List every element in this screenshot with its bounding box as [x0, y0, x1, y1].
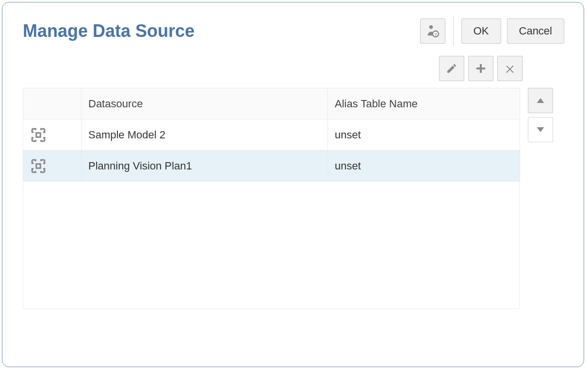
x-icon — [504, 63, 516, 74]
header-buttons: ? OK Cancel — [420, 16, 564, 46]
triangle-down-icon — [536, 125, 545, 135]
add-button[interactable] — [468, 56, 493, 81]
dialog-body: Datasource Alias Table Name Sample Model… — [2, 51, 584, 323]
manage-data-source-dialog: Manage Data Source ? OK Cancel — [2, 2, 584, 367]
row-datasource: Planning Vision Plan1 — [82, 151, 328, 182]
svg-rect-6 — [36, 164, 41, 168]
row-alias: unset — [328, 119, 520, 151]
table-row[interactable]: Planning Vision Plan1unset — [23, 151, 520, 182]
table-toolbar — [23, 56, 564, 81]
table-empty-area — [23, 182, 520, 309]
table-row[interactable]: Sample Model 2unset — [23, 119, 520, 151]
delete-button[interactable] — [497, 56, 523, 81]
pencil-icon — [446, 63, 457, 74]
table-container: Datasource Alias Table Name Sample Model… — [23, 88, 520, 309]
reorder-controls — [528, 88, 553, 142]
datasource-icon — [30, 127, 74, 143]
row-icon-cell — [23, 119, 82, 151]
col-header-datasource: Datasource — [82, 88, 328, 119]
ok-button[interactable]: OK — [461, 18, 501, 44]
col-header-icon — [23, 88, 82, 119]
cancel-button[interactable]: Cancel — [507, 18, 564, 44]
row-datasource: Sample Model 2 — [82, 119, 328, 151]
user-help-icon: ? — [426, 24, 440, 38]
svg-rect-5 — [36, 133, 41, 137]
svg-text:?: ? — [434, 32, 437, 37]
table-wrap: Datasource Alias Table Name Sample Model… — [23, 88, 564, 309]
move-up-button[interactable] — [528, 88, 553, 113]
svg-rect-4 — [476, 67, 485, 69]
datasource-icon — [30, 158, 74, 174]
svg-point-0 — [429, 25, 432, 29]
col-header-alias: Alias Table Name — [328, 88, 520, 119]
move-down-button[interactable] — [528, 117, 553, 142]
plus-icon — [475, 63, 487, 74]
datasource-table: Datasource Alias Table Name Sample Model… — [23, 88, 520, 182]
table-header-row: Datasource Alias Table Name — [23, 88, 520, 119]
triangle-up-icon — [536, 96, 545, 105]
separator — [453, 16, 454, 46]
dialog-header: Manage Data Source ? OK Cancel — [2, 2, 584, 51]
edit-button[interactable] — [439, 56, 464, 81]
help-button[interactable]: ? — [420, 18, 445, 44]
dialog-title: Manage Data Source — [23, 21, 195, 41]
row-alias: unset — [328, 151, 520, 182]
row-icon-cell — [23, 151, 82, 182]
